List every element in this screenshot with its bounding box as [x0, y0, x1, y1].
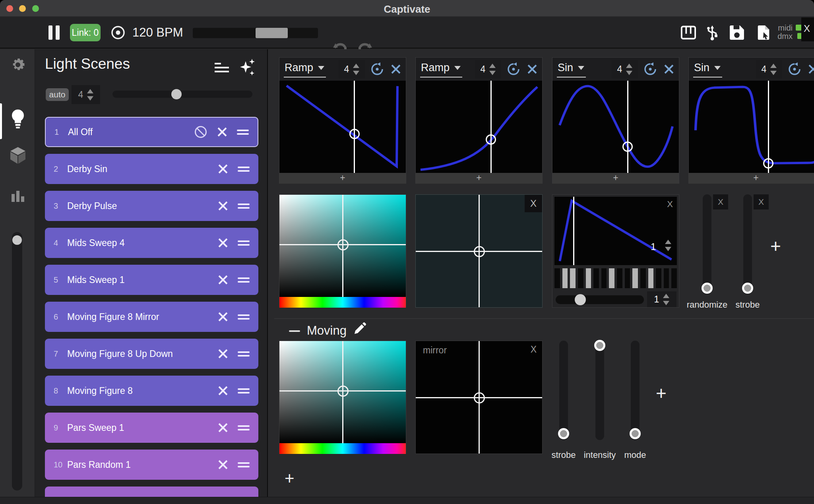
sequencer-step[interactable]: [625, 268, 630, 288]
moving-intensity-fader[interactable]: [595, 341, 604, 440]
usb-icon[interactable]: [704, 25, 720, 41]
delete-scene-icon[interactable]: [218, 459, 228, 470]
waveform-graph[interactable]: [552, 81, 679, 173]
delete-scene-icon[interactable]: [218, 423, 228, 433]
beats-stepper[interactable]: 4: [475, 60, 501, 78]
delete-scene-icon[interactable]: [218, 201, 228, 211]
waveform-graph[interactable]: [279, 81, 406, 173]
sequencer-step[interactable]: [617, 268, 622, 288]
delete-scene-icon[interactable]: [218, 275, 228, 285]
waveform-graph[interactable]: [689, 81, 814, 173]
sequencer-step[interactable]: [554, 268, 560, 288]
scene-row[interactable]: 8 Moving Figure 8: [45, 376, 258, 406]
strobe-fader[interactable]: [743, 194, 752, 295]
stepper-up-icon[interactable]: [663, 294, 669, 298]
strobe-fader-handle[interactable]: [742, 283, 753, 294]
delete-scene-icon[interactable]: [218, 386, 228, 396]
sequencer-step[interactable]: [593, 268, 599, 288]
collapse-section-icon[interactable]: [289, 330, 300, 332]
add-modulator-target-button[interactable]: +: [689, 173, 814, 184]
drag-handle-icon[interactable]: [238, 460, 250, 469]
sequencer-step[interactable]: [640, 268, 646, 288]
midi-keyboard-icon[interactable]: [680, 25, 696, 41]
sequencer-step[interactable]: [586, 268, 591, 288]
sequencer-step[interactable]: [656, 268, 661, 288]
sequencer-step[interactable]: [648, 268, 654, 288]
envelope-graph[interactable]: X 1: [554, 197, 677, 265]
sparkles-icon[interactable]: [238, 58, 256, 77]
drag-handle-icon[interactable]: [238, 423, 250, 432]
auto-toggle[interactable]: auto: [46, 88, 69, 101]
beats-stepper[interactable]: 4: [339, 60, 365, 78]
close-icon[interactable]: [808, 64, 814, 75]
reset-icon[interactable]: [643, 62, 657, 76]
bpm-slider[interactable]: [193, 28, 318, 38]
scene-row[interactable]: 10 Pars Random 1: [45, 450, 258, 480]
light-scenes-bulb-icon[interactable]: [10, 109, 25, 130]
envelope-slider-handle[interactable]: [575, 294, 586, 305]
settings-gear-icon[interactable]: [10, 56, 26, 73]
color-picker[interactable]: [279, 194, 406, 308]
moving-strobe-handle[interactable]: [558, 428, 569, 439]
save-icon[interactable]: [729, 25, 745, 41]
drag-handle-icon[interactable]: [238, 165, 250, 174]
saturation-value-area[interactable]: [279, 341, 406, 443]
add-modulator-target-button[interactable]: +: [279, 173, 406, 184]
xy-pad[interactable]: X: [415, 194, 543, 308]
close-icon[interactable]: [390, 64, 401, 75]
sequencer-step[interactable]: [570, 268, 576, 288]
stepper-up-icon[interactable]: [626, 64, 632, 68]
drag-handle-icon[interactable]: [238, 238, 250, 248]
drag-handle-icon[interactable]: [238, 349, 250, 359]
link-button[interactable]: Link: 0: [70, 24, 101, 41]
beats-stepper[interactable]: 4: [612, 60, 638, 78]
waveform-graph[interactable]: [416, 81, 542, 173]
disable-icon[interactable]: [194, 125, 207, 139]
close-overlay-button[interactable]: X: [801, 17, 814, 41]
moving-strobe-fader[interactable]: [559, 341, 568, 440]
stepper-down-icon[interactable]: [665, 247, 671, 251]
close-strobe-button[interactable]: X: [754, 194, 769, 209]
scene-row[interactable]: 7 Moving Figure 8 Up Down: [45, 339, 258, 369]
stepper-down-icon[interactable]: [626, 71, 632, 75]
sequencer-step[interactable]: [562, 268, 568, 288]
add-moving-control-button[interactable]: +: [656, 382, 667, 404]
sequencer-step[interactable]: [609, 268, 614, 288]
moving-mode-handle[interactable]: [630, 428, 641, 439]
stepper-up-icon[interactable]: [87, 89, 93, 93]
delete-scene-icon[interactable]: [218, 312, 228, 322]
delete-scene-icon[interactable]: [218, 349, 228, 359]
stepper-down-icon[interactable]: [770, 71, 777, 75]
stepper-down-icon[interactable]: [353, 71, 359, 75]
saturation-value-area[interactable]: [279, 195, 406, 297]
repeat-stepper[interactable]: 1: [647, 291, 676, 307]
bpm-slider-handle[interactable]: [256, 28, 288, 38]
stepper-up-icon[interactable]: [770, 64, 777, 68]
scene-crossfade-slider[interactable]: [112, 91, 252, 98]
envelope-value-stepper[interactable]: [665, 240, 671, 251]
reset-icon[interactable]: [788, 62, 801, 76]
envelope-slider[interactable]: [556, 295, 644, 304]
master-fader[interactable]: [12, 232, 22, 490]
waveform-dropdown[interactable]: Sin: [557, 61, 586, 78]
stepper-down-icon[interactable]: [87, 96, 93, 101]
fixtures-cube-icon[interactable]: [9, 145, 27, 165]
stepper-down-icon[interactable]: [489, 71, 496, 75]
close-pad-button[interactable]: X: [525, 195, 542, 212]
stepper-up-icon[interactable]: [665, 240, 671, 244]
stepper-up-icon[interactable]: [489, 64, 496, 68]
pause-button[interactable]: [48, 17, 62, 48]
waveform-dropdown[interactable]: Ramp: [420, 61, 462, 78]
mirror-xy-pad[interactable]: mirror X: [415, 341, 543, 454]
pad-cursor[interactable]: [474, 246, 485, 257]
add-modulator-target-button[interactable]: +: [552, 173, 679, 184]
drag-handle-icon[interactable]: [237, 128, 249, 137]
phase-marker[interactable]: [763, 158, 773, 169]
picker-cursor[interactable]: [337, 239, 349, 250]
picker-cursor[interactable]: [337, 386, 349, 397]
bpm-label[interactable]: 120 BPM: [132, 25, 183, 40]
delete-scene-icon[interactable]: [217, 127, 227, 137]
drag-handle-icon[interactable]: [238, 202, 250, 211]
moving-intensity-handle[interactable]: [594, 340, 605, 351]
randomize-fader-handle[interactable]: [702, 283, 713, 294]
